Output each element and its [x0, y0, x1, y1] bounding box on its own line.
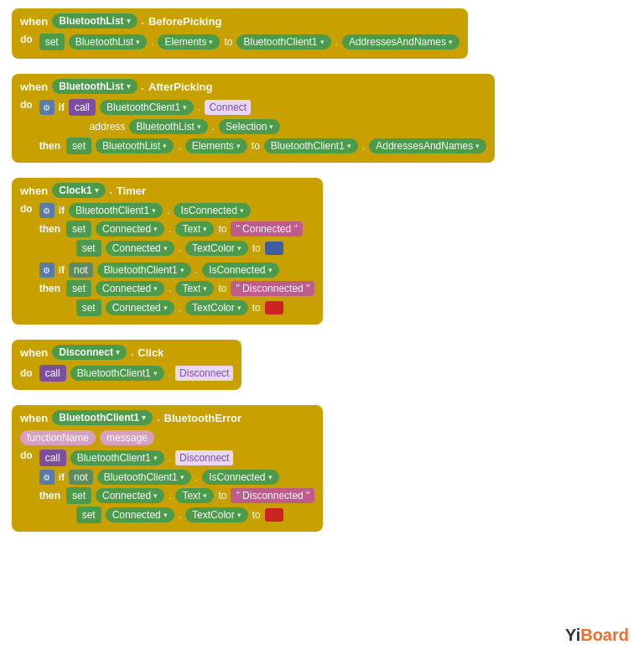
method-connect-2: Connect: [205, 100, 251, 115]
block-disconnect-click: when Disconnect▾ . Click do call Bluetoo…: [12, 340, 632, 390]
set-block-3a1[interactable]: set: [66, 221, 91, 237]
prop-isconnected-3a[interactable]: IsConnected▾: [174, 203, 250, 218]
call-block-4[interactable]: call: [39, 365, 66, 382]
prop-text-3b1[interactable]: Text▾: [175, 281, 214, 296]
when-label-4: when: [20, 346, 48, 359]
string-disconnected-3b1: " Disconnected ": [231, 281, 314, 296]
brand-board: Board: [580, 626, 629, 644]
method-disconnect-5a: Disconnect: [175, 450, 233, 465]
string-disconnected-5b1: " Disconnected ": [231, 488, 314, 503]
comp-connected-5b2[interactable]: Connected▾: [106, 507, 174, 522]
block-bluetoothclient-error: when BluetoothClient1▾ . BluetoothError …: [12, 405, 632, 532]
not-block-5b: not: [69, 470, 93, 485]
gear-3b[interactable]: ⚙: [39, 263, 55, 278]
prop-addresses-1[interactable]: AddressesAndNames▾: [342, 34, 460, 49]
set-block-1[interactable]: set: [39, 34, 65, 50]
when-label: when: [20, 15, 48, 28]
param-message: message: [100, 430, 154, 445]
block-clock1-timer: when Clock1▾ . Timer do ⚙ if BluetoothCl…: [12, 178, 632, 325]
to-label-1: to: [224, 36, 232, 48]
handler-bterror: BluetoothError: [164, 412, 242, 424]
comp-btlist-addr[interactable]: BluetoothList▾: [129, 119, 207, 134]
comp-btclient-4[interactable]: BluetoothClient1▾: [70, 366, 164, 381]
do-label-4: do: [20, 367, 33, 379]
prop-text-3a1[interactable]: Text▾: [175, 221, 214, 237]
prop-textcolor-5b2[interactable]: TextColor▾: [185, 507, 248, 522]
gear-2[interactable]: ⚙: [39, 100, 55, 115]
call-block-5a[interactable]: call: [39, 450, 66, 466]
if-label-5b: if: [59, 471, 65, 483]
prop-selection-2[interactable]: Selection▾: [219, 119, 280, 134]
prop-addr-2b[interactable]: AddressesAndNames▾: [369, 138, 486, 153]
if-label-3a: if: [59, 205, 65, 216]
address-label-2: address: [90, 121, 126, 133]
do-label-2: do: [20, 99, 33, 111]
prop-textcolor-3a2[interactable]: TextColor▾: [185, 241, 248, 256]
comp-btclient-5b[interactable]: BluetoothClient1▾: [97, 470, 191, 485]
then-label-3b: then: [39, 283, 60, 294]
set-block-3b1[interactable]: set: [66, 280, 91, 297]
call-block-2[interactable]: call: [69, 99, 96, 116]
color-red-3b2: [265, 301, 283, 315]
if-label-2: if: [59, 101, 65, 113]
do-label-5: do: [20, 450, 33, 461]
if-label-3b: if: [59, 264, 65, 276]
then-label-3a: then: [39, 223, 60, 235]
comp-connected-3b2[interactable]: Connected▾: [106, 300, 174, 315]
brand: YiBoard: [565, 626, 629, 645]
param-functionname: functionName: [20, 430, 96, 445]
handler-click: Click: [138, 346, 164, 359]
block-bluetoothlist-beforepicking: when BluetoothList▾ . BeforePicking do s…: [12, 8, 632, 59]
prop-text-5b1[interactable]: Text▾: [175, 488, 214, 503]
prop-elements-1[interactable]: Elements▾: [158, 34, 220, 49]
comp-btclient-3a[interactable]: BluetoothClient1▾: [69, 203, 163, 218]
comp-btclient-3b[interactable]: BluetoothClient1▾: [97, 263, 191, 278]
component-clock1[interactable]: Clock1▾: [52, 183, 105, 198]
prop-isconnected-3b[interactable]: IsConnected▾: [202, 263, 278, 278]
do-label-1: do: [20, 34, 33, 45]
color-blue-3a2: [265, 242, 283, 255]
gear-5b[interactable]: ⚙: [39, 470, 55, 485]
when-label-3: when: [20, 185, 48, 197]
comp-btclient-2b[interactable]: BluetoothClient1▾: [264, 138, 358, 153]
set-block-3b2[interactable]: set: [76, 299, 101, 316]
prop-textcolor-3b2[interactable]: TextColor▾: [185, 300, 248, 315]
comp-bluetoothlist-1[interactable]: BluetoothList▾: [69, 34, 147, 49]
string-connected-3a1: " Connected ": [231, 221, 302, 237]
comp-btclient-5a[interactable]: BluetoothClient1▾: [70, 450, 164, 465]
component-btclient-5[interactable]: BluetoothClient1▾: [52, 410, 153, 425]
not-block-3b: not: [69, 263, 93, 278]
comp-connected-5b1[interactable]: Connected▾: [96, 488, 164, 503]
color-red-5b2: [265, 508, 283, 522]
component-pill-1[interactable]: BluetoothList▾: [52, 13, 137, 29]
method-disconnect-4: Disconnect: [175, 366, 233, 381]
block-bluetoothlist-afterpicking: when BluetoothList▾ . AfterPicking do ⚙ …: [12, 74, 632, 163]
comp-connected-3a2[interactable]: Connected▾: [106, 241, 174, 256]
handler-1: BeforePicking: [148, 15, 221, 28]
comp-btclient-1[interactable]: BluetoothClient1▾: [236, 34, 330, 49]
brand-yi: Yi: [565, 626, 580, 644]
then-label-2: then: [39, 140, 60, 152]
set-block-3a2[interactable]: set: [76, 240, 101, 257]
comp-connected-3b1[interactable]: Connected▾: [96, 281, 164, 296]
prop-elements-2b[interactable]: Elements▾: [185, 138, 247, 153]
do-label-3: do: [20, 203, 33, 215]
comp-connected-3a1[interactable]: Connected▾: [96, 221, 164, 237]
when-label-2: when: [20, 81, 48, 93]
when-label-5: when: [20, 412, 48, 424]
dot-1: .: [142, 15, 144, 27]
gear-3a[interactable]: ⚙: [39, 203, 55, 218]
component-disconnect[interactable]: Disconnect▾: [52, 345, 127, 360]
set-block-5b1[interactable]: set: [66, 487, 91, 504]
comp-btclient-2[interactable]: BluetoothClient1▾: [100, 100, 194, 115]
component-pill-2[interactable]: BluetoothList▾: [52, 79, 137, 94]
set-block-2b[interactable]: set: [66, 138, 91, 154]
handler-2: AfterPicking: [148, 81, 213, 93]
set-block-5b2[interactable]: set: [76, 507, 101, 523]
prop-isconnected-5b[interactable]: IsConnected▾: [202, 470, 278, 485]
then-label-5b: then: [39, 490, 60, 502]
comp-btlist-2b[interactable]: BluetoothList▾: [96, 138, 174, 153]
handler-timer: Timer: [117, 185, 146, 197]
